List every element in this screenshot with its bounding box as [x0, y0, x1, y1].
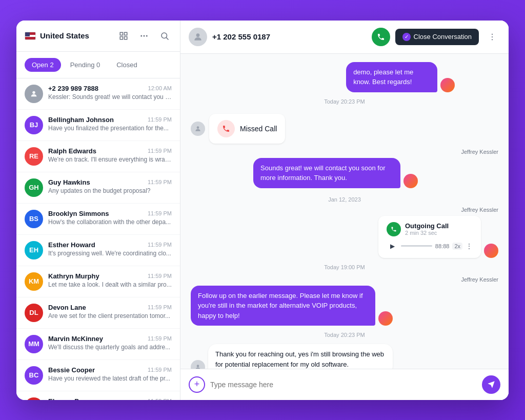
sidebar-header-left: United States — [25, 31, 89, 40]
sidebar-title: United States — [40, 31, 89, 40]
svg-point-12 — [492, 36, 493, 37]
avatar: BC — [25, 366, 43, 385]
sidebar: United States Open 2 Pending 0 Closed — [16, 21, 180, 400]
chat-area: +1 202 555 0187 ✓ Close Conversation — [180, 21, 509, 400]
close-conversation-label: Close Conversation — [414, 33, 472, 41]
svg-point-4 — [144, 35, 145, 36]
chat-header-left: +1 202 555 0187 — [189, 28, 270, 46]
conv-name: Devon Lane — [48, 304, 86, 311]
sender-name: Jeffrey Kessler — [461, 276, 498, 283]
send-button[interactable] — [482, 375, 500, 394]
timestamp: Today 20:23 PM — [191, 98, 498, 105]
list-item[interactable]: BS Brooklyn Simmons 11:59 PM How's the c… — [16, 204, 180, 235]
conv-preview: Kessler: Sounds great! we will contact y… — [48, 93, 172, 101]
conv-info: Marvin McKinney 11:59 PM We'll discuss t… — [48, 335, 172, 351]
conv-preview: Let me take a look. I dealt with a simil… — [48, 281, 172, 288]
list-item[interactable]: KM Kathryn Murphy 11:59 PM Let me take a… — [16, 266, 180, 297]
conv-time: 11:59 PM — [148, 273, 172, 279]
conv-time: 11:59 PM — [148, 210, 172, 216]
tab-closed[interactable]: Closed — [109, 58, 144, 72]
list-item[interactable]: EP Eleanor Pena 11:59 PM Thoughts on the… — [16, 391, 180, 400]
list-item[interactable]: +2 239 989 7888 12:00 AM Kessler: Sounds… — [16, 78, 180, 110]
check-icon: ✓ — [402, 33, 411, 41]
message-with-avatar: demo, please let me know. Best regards! — [346, 62, 498, 92]
conv-name: Guy Hawkins — [48, 178, 90, 186]
tab-open[interactable]: Open 2 — [25, 58, 61, 72]
conv-name: +2 239 989 7888 — [48, 85, 98, 92]
svg-rect-2 — [120, 36, 123, 39]
conv-time: 11:59 PM — [148, 398, 172, 400]
tab-pending[interactable]: Pending 0 — [63, 58, 108, 72]
chat-header: +1 202 555 0187 ✓ Close Conversation — [180, 21, 509, 54]
conv-preview: It's progressing well. We're coordinatin… — [48, 250, 172, 257]
conv-info: Bessie Cooper 11:59 PM Have you reviewed… — [48, 366, 172, 382]
chat-header-right: ✓ Close Conversation — [372, 28, 500, 46]
outgoing-call-card: Outgoing Call 2 min 32 sec ▶ 88:88 2x ⋮ — [378, 216, 481, 258]
close-conversation-button[interactable]: ✓ Close Conversation — [395, 29, 479, 45]
search-icon[interactable] — [157, 29, 172, 43]
conv-info: Kathryn Murphy 11:59 PM Let me take a lo… — [48, 272, 172, 288]
missed-call-label: Missed Call — [240, 125, 277, 133]
list-item[interactable]: BC Bessie Cooper 11:59 PM Have you revie… — [16, 360, 180, 391]
avatar — [25, 85, 43, 103]
list-item[interactable]: GH Guy Hawkins 11:59 PM Any updates on t… — [16, 172, 180, 204]
message-with-avatar: Follow up on the earlier message. Please… — [191, 286, 498, 326]
svg-point-6 — [141, 35, 142, 36]
conv-preview: Any updates on the budget proposal? — [48, 187, 172, 194]
avatar: EH — [25, 241, 43, 259]
agent-avatar — [484, 244, 498, 258]
add-attachment-button[interactable]: + — [189, 376, 205, 393]
avatar: KM — [25, 272, 43, 291]
missed-call-icon — [217, 120, 235, 137]
sender-name: Jeffrey Kessler — [461, 207, 498, 213]
svg-point-7 — [161, 33, 167, 38]
play-button[interactable]: ▶ — [387, 241, 398, 252]
message-group-incoming: Thank you for reaching out, yes i'm stil… — [191, 344, 498, 369]
date-divider: Jan 12, 2023 — [191, 196, 498, 203]
list-item[interactable]: RE Ralph Edwards 11:59 PM We're on track… — [16, 141, 180, 172]
message-bubble-outgoing: demo, please let me know. Best regards! — [346, 62, 437, 92]
avatar: BS — [25, 210, 43, 228]
svg-point-11 — [492, 33, 493, 34]
us-flag-icon — [25, 32, 36, 40]
playback-speed[interactable]: 2x — [452, 243, 462, 250]
audio-more-btn[interactable]: ⋮ — [466, 242, 473, 250]
outgoing-call-icon — [387, 222, 401, 236]
call-button[interactable] — [372, 28, 390, 46]
avatar: RE — [25, 147, 43, 166]
message-bubble-outgoing: Follow up on the earlier message. Please… — [191, 286, 375, 326]
list-item[interactable]: MM Marvin McKinney 11:59 PM We'll discus… — [16, 329, 180, 360]
more-options-button[interactable] — [484, 29, 500, 45]
conv-time: 11:59 PM — [148, 148, 172, 154]
list-item[interactable]: BJ Bellingham Johnson 11:59 PM Have you … — [16, 110, 180, 141]
svg-line-8 — [166, 37, 168, 39]
messages-container: demo, please let me know. Best regards! … — [180, 54, 509, 369]
message-bubble-outgoing: Sounds great! we will contact you soon f… — [253, 158, 400, 188]
compose-icon[interactable] — [116, 29, 131, 43]
outgoing-call-header: Outgoing Call 2 min 32 sec — [387, 222, 473, 236]
conv-name: Eleanor Pena — [48, 397, 90, 400]
conv-preview: Have you finalized the presentation for … — [48, 125, 172, 132]
conv-name: Ralph Edwards — [48, 147, 96, 155]
conv-preview: Have you reviewed the latest draft of th… — [48, 375, 172, 382]
message-group-outgoing-call: Jeffrey Kessler Outgoing Call 2 min 32 s… — [191, 207, 498, 258]
grid-icon[interactable] — [137, 29, 151, 43]
sidebar-icons — [116, 29, 172, 43]
svg-point-5 — [147, 35, 148, 36]
app-container: United States Open 2 Pending 0 Closed — [16, 21, 509, 400]
conv-name: Marvin McKinney — [48, 335, 103, 343]
conv-preview: How's the collaboration with the other d… — [48, 218, 172, 226]
conv-name: Bellingham Johnson — [48, 116, 114, 124]
svg-point-14 — [197, 126, 199, 129]
conv-time: 11:59 PM — [148, 335, 172, 342]
avatar: EP — [25, 397, 43, 400]
list-item[interactable]: EH Esther Howard 11:59 PM It's progressi… — [16, 235, 180, 266]
conv-time: 11:59 PM — [148, 304, 172, 310]
svg-point-15 — [197, 365, 199, 367]
conv-info: Devon Lane 11:59 PM Are we set for the c… — [48, 304, 172, 319]
list-item[interactable]: DL Devon Lane 11:59 PM Are we set for th… — [16, 297, 180, 329]
message-bubble-incoming: Thank you for reaching out, yes i'm stil… — [208, 344, 393, 369]
svg-rect-3 — [125, 36, 127, 39]
missed-call-card: Missed Call — [209, 114, 285, 144]
message-input[interactable] — [210, 381, 477, 389]
